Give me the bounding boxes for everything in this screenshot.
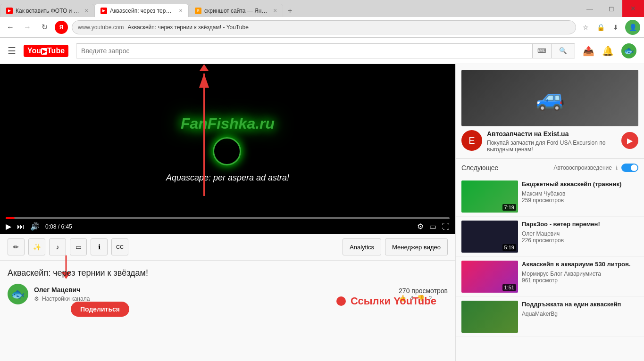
next-label: Следующее: [461, 164, 498, 172]
annotation-dot: [336, 296, 346, 306]
sidebar-views-2: 961 просмотр: [522, 277, 638, 284]
channel-avatar[interactable]: 🐟: [8, 284, 28, 304]
shield-icon[interactable]: 🔒: [595, 22, 606, 33]
sidebar-video-title-2: Акваскейп в аквариуме 530 литров.: [522, 261, 638, 269]
page-title-url: Акваскейп: через тернии к звёздам! - You…: [127, 24, 248, 31]
tab-2-close[interactable]: ✕: [179, 8, 183, 13]
bookmark-icon[interactable]: ☆: [580, 22, 591, 33]
address-bar: ← → ↻ Я www.youtube.com Акваскейп: через…: [0, 17, 644, 38]
yandex-logo[interactable]: Я: [55, 21, 68, 34]
video-player[interactable]: FanFishka.ru Aquascape: per aspera ad as…: [0, 64, 455, 234]
thumb-duration-1: 5:19: [502, 244, 516, 251]
sidebar-video-info-0: Бюджетный акваскейп (травник) Максим Чуб…: [522, 180, 638, 213]
avatar-icon: 🐟: [11, 287, 25, 301]
next-button[interactable]: ⏭: [17, 222, 25, 231]
sidebar-thumb-1: 5:19: [461, 221, 518, 253]
ad-content: E Автозапчасти на Exist.ua Покупай запча…: [461, 130, 638, 153]
time-display: 0:08 / 6:45: [45, 223, 72, 230]
sidebar-video-item-2[interactable]: 1:51 Акваскейп в аквариуме 530 литров. М…: [456, 257, 644, 297]
new-tab-button[interactable]: +: [283, 5, 297, 17]
autoplay-toggle[interactable]: [621, 164, 638, 172]
minimize-button[interactable]: —: [579, 0, 601, 17]
tab-3-close[interactable]: ✕: [273, 8, 277, 13]
channel-avatar-header[interactable]: 🐟: [621, 43, 636, 58]
sidebar-video-title-1: ПаркЗоо - ветер перемен!: [522, 221, 638, 229]
tab-1[interactable]: ▶ Как вставить ФОТО и ВИД... ✕: [0, 4, 94, 17]
refresh-button[interactable]: ↻: [38, 21, 51, 34]
maximize-button[interactable]: ◻: [601, 0, 622, 17]
yt-left-panel: FanFishka.ru Aquascape: per aspera ad as…: [0, 64, 455, 361]
info-button[interactable]: ℹ: [91, 238, 108, 255]
ctrl-right: ⚙ ▭ ⛶: [417, 222, 450, 231]
tab-3[interactable]: Я скриншот сайта — Яндекс... ✕: [189, 4, 283, 17]
sidebar-video-item-1[interactable]: 5:19 ПаркЗоо - ветер перемен! Олег Мацев…: [456, 217, 644, 257]
youtube-logo[interactable]: You▶Tube: [24, 45, 68, 57]
total-time: 6:45: [61, 223, 72, 230]
tab-2-favicon: ▶: [100, 8, 107, 14]
sidebar: 🚙 E Автозапчасти на Exist.ua Покупай зап…: [455, 64, 644, 361]
video-actions: ✏ ✨ ♪ ▭ ℹ CC Analytics Менеджер видео: [0, 234, 455, 261]
video-watermark: FanFishka.ru: [181, 115, 275, 132]
channel-info: Олег Мацевич ⚙ Настройки канала: [34, 286, 90, 302]
youtube-header: ☰ You▶Tube ⌨ 🔍 📤 🔔 🐟: [0, 38, 644, 64]
video-overlay: FanFishka.ru Aquascape: per aspera ad as…: [0, 64, 455, 234]
progress-bar[interactable]: [6, 217, 450, 219]
ad-title: Автозапчасти на Exist.ua: [487, 130, 617, 138]
volume-button[interactable]: 🔊: [30, 222, 40, 231]
search-button[interactable]: 🔍: [551, 44, 575, 58]
info-icon: ℹ: [616, 165, 618, 171]
user-avatar[interactable]: 👤: [625, 20, 640, 35]
video-manager-button[interactable]: Менеджер видео: [385, 238, 448, 255]
notifications-icon[interactable]: 🔔: [602, 45, 614, 57]
settings-gear-icon: ⚙: [34, 295, 39, 302]
tab-3-title: скриншот сайта — Яндекс...: [204, 8, 268, 14]
forward-button[interactable]: →: [21, 21, 34, 34]
sidebar-views-1: 226 просмотров: [522, 237, 638, 244]
share-tooltip[interactable]: Поделиться: [71, 302, 129, 317]
download-icon[interactable]: ⬇: [610, 22, 621, 33]
sidebar-video-item-0[interactable]: 7:19 Бюджетный акваскейп (травник) Макси…: [456, 177, 644, 217]
search-input[interactable]: [76, 44, 532, 58]
controls-row: ▶ ⏭ 🔊 0:08 / 6:45 ⚙ ▭ ⛶: [6, 222, 450, 231]
header-right: 📤 🔔 🐟: [583, 43, 636, 58]
keyboard-button[interactable]: ⌨: [532, 44, 551, 58]
view-count: 270 просмотров: [399, 287, 448, 295]
sidebar-views-0: 259 просмотров: [522, 197, 638, 204]
settings-label: Настройки канала: [42, 295, 90, 302]
tab-1-close[interactable]: ✕: [84, 8, 88, 13]
toggle-knob: [631, 164, 637, 171]
fullscreen-button[interactable]: ⛶: [442, 222, 450, 231]
edit-button[interactable]: ✏: [8, 238, 25, 255]
youtube-logo-icon: You▶Tube: [24, 45, 68, 57]
play-button[interactable]: ▶: [6, 222, 11, 231]
settings-button[interactable]: ⚙: [417, 222, 424, 231]
back-button[interactable]: ←: [4, 21, 17, 34]
tab-bar: ▶ Как вставить ФОТО и ВИД... ✕ ▶ Аквascе…: [0, 0, 644, 17]
cc-button[interactable]: CC: [111, 238, 128, 255]
ad-logo-icon: E: [468, 135, 475, 146]
cards-button[interactable]: ▭: [70, 238, 87, 255]
hamburger-menu[interactable]: ☰: [8, 45, 16, 57]
thumb-duration-2: 1:51: [502, 284, 516, 291]
tab-1-favicon: ▶: [6, 8, 13, 14]
sidebar-video-title-3: Поддръжката на един акваскейп: [522, 301, 638, 309]
upload-icon[interactable]: 📤: [583, 45, 594, 57]
progress-fill: [6, 217, 15, 219]
url-bar[interactable]: www.youtube.com Акваскейп: через тернии …: [72, 20, 576, 34]
theater-button[interactable]: ▭: [429, 222, 436, 231]
url-domain: www.youtube.com: [78, 24, 124, 31]
analytics-button[interactable]: Analytics: [343, 238, 381, 255]
sidebar-video-item-3[interactable]: Поддръжката на един акваскейп AquaMakerB…: [456, 297, 644, 337]
music-button[interactable]: ♪: [49, 238, 66, 255]
channel-settings[interactable]: ⚙ Настройки канала: [34, 295, 90, 302]
video-controls: ▶ ⏭ 🔊 0:08 / 6:45 ⚙ ▭ ⛶: [0, 214, 455, 234]
tab-2[interactable]: ▶ Аквascейп: через терни... ✕: [94, 4, 189, 17]
channel-name[interactable]: Олег Мацевич: [34, 286, 90, 294]
ad-image: 🚙: [461, 70, 638, 126]
close-button[interactable]: ✕: [622, 0, 644, 17]
sidebar-channel-1: Олег Мацевич: [522, 230, 638, 237]
enhance-button[interactable]: ✨: [28, 238, 45, 255]
yt-main-layout: FanFishka.ru Aquascape: per aspera ad as…: [0, 64, 644, 361]
autoplay-label: Автовоспроизведение: [554, 164, 612, 171]
ad-action-button[interactable]: ▶: [621, 132, 638, 149]
